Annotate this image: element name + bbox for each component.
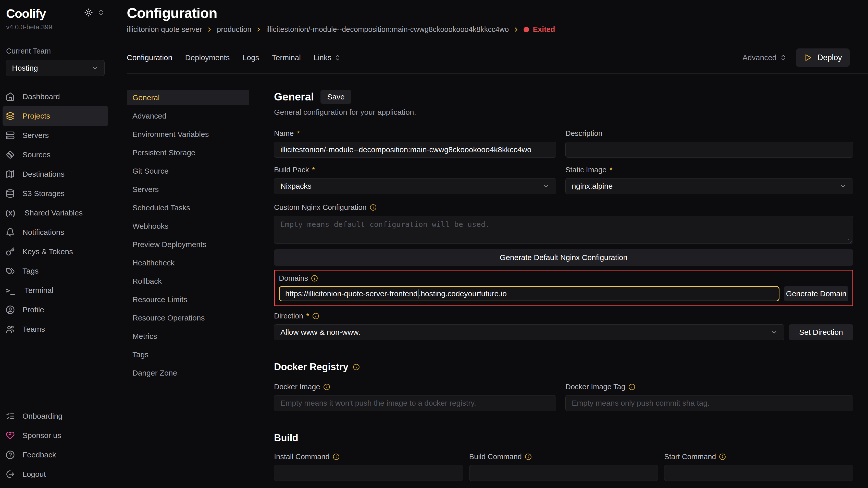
info-icon[interactable] <box>311 275 318 282</box>
sidebar-item-projects[interactable]: Projects <box>3 106 108 126</box>
custom-nginx-textarea[interactable] <box>274 216 853 244</box>
chevron-down-icon <box>91 64 99 72</box>
sidebar-item-onboarding[interactable]: Onboarding <box>3 406 108 426</box>
tab-links[interactable]: Links <box>314 53 341 62</box>
direction-value: Allow www & non-www. <box>280 328 360 336</box>
info-icon[interactable] <box>333 453 340 460</box>
subnav-item-preview-deployments[interactable]: Preview Deployments <box>127 237 249 252</box>
subnav-item-healthcheck[interactable]: Healthcheck <box>127 255 249 270</box>
tab-bar: Configuration Deployments Logs Terminal … <box>127 48 868 74</box>
sidebar-item-s3-storages[interactable]: S3 Storages <box>3 184 108 203</box>
subnav-item-danger-zone[interactable]: Danger Zone <box>127 365 249 381</box>
tab-configuration[interactable]: Configuration <box>127 53 172 62</box>
sidebar-item-label: Teams <box>23 325 45 333</box>
sidebar-item-dashboard[interactable]: Dashboard <box>3 87 108 106</box>
status-badge: Exited <box>524 25 555 34</box>
sidebar-item-tags[interactable]: Tags <box>3 261 108 281</box>
general-subtitle: General configuration for your applicati… <box>274 108 853 117</box>
subnav-item-rollback[interactable]: Rollback <box>127 273 249 289</box>
save-button[interactable]: Save <box>320 90 351 104</box>
sidebar-item-teams[interactable]: Teams <box>3 320 108 339</box>
subnav-item-scheduled-tasks[interactable]: Scheduled Tasks <box>127 200 249 216</box>
sidebar-item-keys-tokens[interactable]: Keys & Tokens <box>3 242 108 261</box>
subnav-item-servers[interactable]: Servers <box>127 182 249 197</box>
info-icon[interactable] <box>312 313 319 320</box>
build-command-input[interactable] <box>469 465 658 481</box>
chevrons-up-down-icon <box>780 54 787 61</box>
docker-image-tag-label: Docker Image Tag <box>565 383 853 391</box>
user-circle-icon <box>6 305 15 314</box>
info-icon[interactable] <box>525 453 532 460</box>
description-label: Description <box>565 129 853 138</box>
docker-image-tag-input[interactable] <box>565 395 853 411</box>
info-icon[interactable] <box>370 204 377 211</box>
sidebar-item-shared-variables[interactable]: (x) Shared Variables <box>3 203 108 223</box>
sidebar-item-sponsor-us[interactable]: Sponsor us <box>3 426 108 445</box>
sidebar-item-profile[interactable]: Profile <box>3 300 108 320</box>
info-icon[interactable] <box>719 453 726 460</box>
install-command-input[interactable] <box>274 465 463 481</box>
deploy-button[interactable]: Deploy <box>796 48 850 67</box>
server-icon <box>6 131 15 140</box>
sidebar-item-label: Keys & Tokens <box>23 247 73 256</box>
tab-deployments[interactable]: Deployments <box>185 53 229 62</box>
subnav-item-tags[interactable]: Tags <box>127 347 249 362</box>
framework-docs-link[interactable]: Framework Specific Docs <box>473 487 557 488</box>
sidebar-item-label: Destinations <box>23 170 65 178</box>
name-input[interactable] <box>274 142 556 158</box>
description-input[interactable] <box>565 142 853 158</box>
sidebar-item-servers[interactable]: Servers <box>3 126 108 145</box>
subnav-item-persistent-storage[interactable]: Persistent Storage <box>127 145 249 160</box>
sidebar-item-label: Sponsor us <box>23 431 61 440</box>
domains-input[interactable]: https://illicitonion-quote-server-fronte… <box>279 286 779 301</box>
tab-logs[interactable]: Logs <box>243 53 259 62</box>
subnav-item-git-source[interactable]: Git Source <box>127 163 249 179</box>
resize-handle[interactable] <box>848 239 852 243</box>
direction-select[interactable]: Allow www & non-www. <box>274 324 784 340</box>
docker-image-input[interactable] <box>274 395 556 411</box>
subnav-item-resource-limits[interactable]: Resource Limits <box>127 292 249 307</box>
subnav-item-resource-operations[interactable]: Resource Operations <box>127 310 249 326</box>
sidebar-item-label: Tags <box>23 267 38 275</box>
start-command-input[interactable] <box>664 465 853 481</box>
info-icon[interactable] <box>628 384 635 390</box>
info-icon[interactable] <box>323 384 330 390</box>
chevrons-up-down-icon <box>334 54 341 61</box>
static-image-value: nginx:alpine <box>572 182 613 191</box>
sidebar-item-notifications[interactable]: Notifications <box>3 223 108 242</box>
subnav-item-webhooks[interactable]: Webhooks <box>127 219 249 234</box>
sidebar-item-sources[interactable]: Sources <box>3 145 108 164</box>
sidebar-item-logout[interactable]: Logout <box>3 464 108 484</box>
theme-switcher-chevrons-icon[interactable] <box>97 9 104 16</box>
static-image-label: Static Image* <box>565 166 853 174</box>
sidebar-item-destinations[interactable]: Destinations <box>3 164 108 184</box>
sidebar-item-feedback[interactable]: Feedback <box>3 445 108 464</box>
tab-terminal[interactable]: Terminal <box>272 53 301 62</box>
status-text: Exited <box>533 25 555 34</box>
subnav-item-environment-variables[interactable]: Environment Variables <box>127 127 249 142</box>
shared-variables-icon: (x) <box>6 209 17 217</box>
sidebar-item-label: Terminal <box>25 286 53 295</box>
generate-nginx-config-button[interactable]: Generate Default Nginx Configuration <box>274 249 853 266</box>
domains-value-left: https://illicitonion-quote-server-fronte… <box>285 289 418 298</box>
build-pack-label: Build Pack* <box>274 166 556 174</box>
docker-image-label: Docker Image <box>274 383 556 391</box>
subnav-item-general[interactable]: General <box>127 90 249 105</box>
build-pack-select[interactable]: Nixpacks <box>274 178 556 194</box>
breadcrumb-environment[interactable]: production <box>217 25 251 34</box>
subnav-item-metrics[interactable]: Metrics <box>127 329 249 344</box>
subnav-item-advanced[interactable]: Advanced <box>127 108 249 124</box>
advanced-toggle[interactable]: Advanced <box>742 53 786 62</box>
info-icon[interactable] <box>353 364 360 370</box>
breadcrumb-project[interactable]: illicitonion quote server <box>127 25 202 34</box>
custom-nginx-label: Custom Nginx Configuration <box>274 203 853 212</box>
static-image-select[interactable]: nginx:alpine <box>565 178 853 194</box>
sidebar-item-terminal[interactable]: >_ Terminal <box>3 281 108 300</box>
theme-sun-icon[interactable] <box>84 8 93 17</box>
breadcrumb-application[interactable]: illicitestonion/-module--decomposition:m… <box>266 25 509 34</box>
team-select[interactable]: Hosting <box>6 60 104 76</box>
deploy-label: Deploy <box>817 53 842 62</box>
set-direction-button[interactable]: Set Direction <box>789 324 853 340</box>
generate-domain-button[interactable]: Generate Domain <box>784 286 848 301</box>
domains-label: Domains <box>279 274 848 283</box>
